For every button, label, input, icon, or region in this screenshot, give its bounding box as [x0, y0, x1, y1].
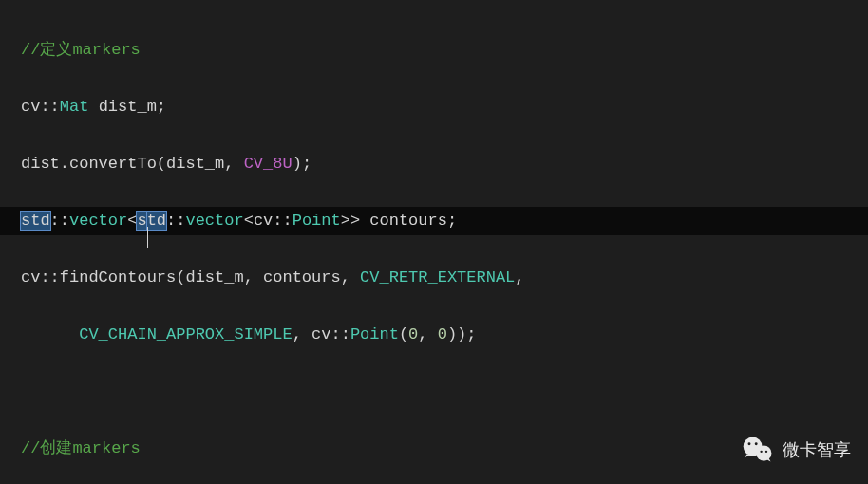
selection-match: std	[20, 211, 51, 231]
code-line-blank	[21, 378, 868, 406]
code-line: CV_CHAIN_APPROX_SIMPLE, cv::Point(0, 0))…	[21, 321, 868, 349]
code-line-current: std::vector<std::vector<cv::Point>> cont…	[0, 207, 868, 235]
code-line: cv::findContours(dist_m, contours, CV_RE…	[21, 264, 868, 292]
code-line: //创建markers	[21, 435, 868, 463]
code-editor[interactable]: //定义markers cv::Mat dist_m; dist.convert…	[0, 0, 868, 484]
code-line: cv::Mat dist_m;	[21, 93, 868, 121]
comment-text: //定义markers	[21, 41, 141, 59]
code-line: //定义markers	[21, 36, 868, 65]
code-line: dist.convertTo(dist_m, CV_8U);	[21, 150, 868, 178]
selection-match: td	[146, 211, 167, 231]
comment-text: //创建markers	[21, 439, 141, 457]
